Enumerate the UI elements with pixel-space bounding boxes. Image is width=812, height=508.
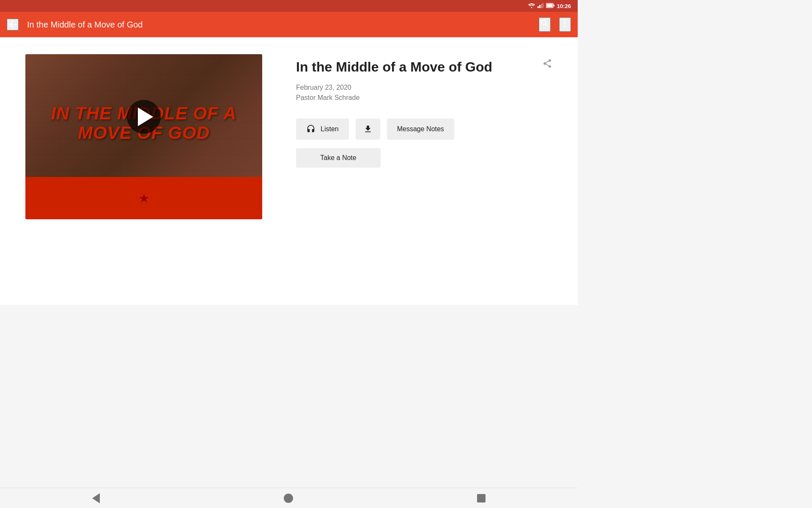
svg-rect-7	[546, 4, 552, 7]
svg-point-10	[564, 25, 566, 27]
svg-rect-3	[541, 4, 542, 8]
svg-rect-2	[539, 5, 540, 8]
wifi-icon	[528, 3, 535, 9]
listen-button[interactable]: Listen	[296, 119, 349, 140]
star-icon: ★	[139, 191, 149, 205]
svg-rect-1	[538, 6, 539, 8]
message-notes-label: Message Notes	[397, 125, 444, 133]
download-button[interactable]	[356, 119, 380, 140]
svg-point-0	[531, 7, 532, 8]
status-bar: 10:26	[0, 0, 578, 12]
battery-icon	[546, 3, 554, 9]
video-red-banner: ★	[25, 177, 262, 219]
status-time: 10:26	[557, 3, 571, 9]
message-notes-button[interactable]: Message Notes	[387, 119, 454, 140]
svg-rect-4	[543, 3, 543, 8]
signal-icon	[538, 3, 543, 9]
svg-point-9	[564, 22, 566, 24]
main-content: IN THE MIDDLE OF A MOVE OF GOD ★ In the …	[0, 37, 578, 305]
take-note-button[interactable]: Take a Note	[296, 148, 381, 168]
secondary-actions-row: Take a Note	[296, 148, 552, 168]
video-background: IN THE MIDDLE OF A MOVE OF GOD ★	[25, 54, 262, 219]
share-button[interactable]	[542, 58, 552, 71]
search-button[interactable]	[539, 17, 551, 32]
take-note-label: Take a Note	[320, 154, 356, 161]
primary-actions-row: Listen Message Notes	[296, 119, 552, 140]
back-button[interactable]	[7, 19, 19, 30]
app-bar: In the Middle of a Move of God	[0, 12, 578, 37]
sermon-title: In the Middle of a Move of God	[296, 58, 552, 75]
video-thumbnail[interactable]: IN THE MIDDLE OF A MOVE OF GOD ★	[25, 54, 262, 219]
right-panel-inner: In the Middle of a Move of God	[296, 58, 552, 75]
svg-point-8	[564, 19, 566, 21]
app-bar-title: In the Middle of a Move of God	[27, 20, 530, 30]
play-triangle-icon	[138, 108, 153, 126]
sermon-pastor: Pastor Mark Schrade	[296, 94, 552, 102]
status-icons: 10:26	[528, 3, 571, 9]
sermon-date: February 23, 2020	[296, 84, 552, 91]
more-options-button[interactable]	[559, 17, 571, 32]
svg-rect-6	[553, 5, 554, 6]
right-panel: In the Middle of a Move of God February …	[296, 54, 552, 288]
app-bar-actions	[539, 17, 571, 32]
listen-label: Listen	[321, 125, 339, 133]
play-button[interactable]	[127, 100, 161, 134]
